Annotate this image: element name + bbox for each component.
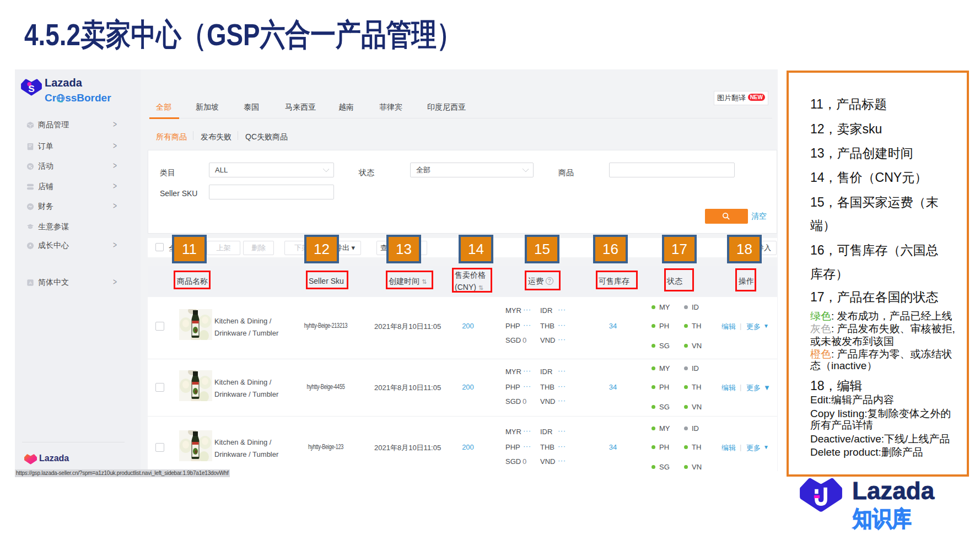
svg-text:A: A [29, 280, 32, 285]
svg-text:S: S [28, 83, 35, 94]
